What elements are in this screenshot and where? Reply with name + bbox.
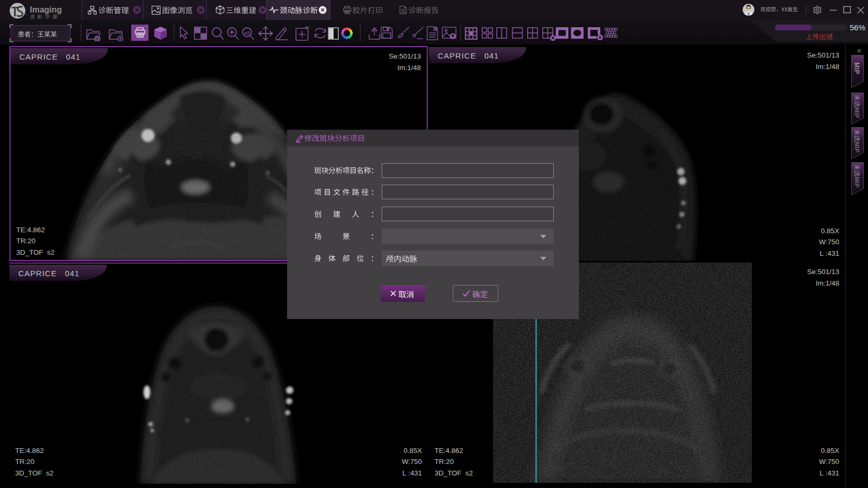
svg-text:x2: x2	[244, 30, 250, 36]
